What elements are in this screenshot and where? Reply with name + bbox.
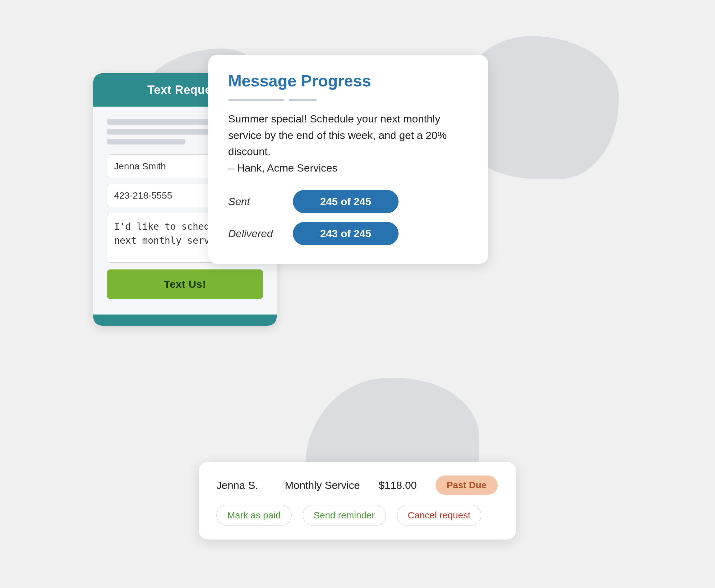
sent-badge: 245 of 245	[293, 190, 399, 213]
delivered-badge: 243 of 245	[293, 222, 399, 245]
text-us-button[interactable]: Text Us!	[107, 270, 263, 299]
payment-actions: Mark as paid Send reminder Cancel reques…	[217, 505, 498, 526]
skeleton-line-3	[107, 139, 185, 145]
mark-as-paid-button[interactable]: Mark as paid	[217, 505, 292, 526]
send-reminder-button[interactable]: Send reminder	[303, 505, 386, 526]
progress-stats: Sent 245 of 245 Delivered 243 of 245	[228, 190, 468, 245]
payment-card: Jenna S. Monthly Service $118.00 Past Du…	[199, 462, 516, 540]
progress-divider	[228, 99, 468, 101]
text-request-footer	[93, 315, 277, 326]
scene: Text Request Text Us! Message Progress S…	[78, 30, 637, 558]
sent-stat-row: Sent 245 of 245	[228, 190, 468, 213]
message-progress-card: Message Progress Summer special! Schedul…	[208, 55, 488, 264]
past-due-badge: Past Due	[435, 476, 498, 495]
payment-info-row: Jenna S. Monthly Service $118.00 Past Du…	[217, 476, 498, 495]
progress-message: Summer special! Schedule your next month…	[228, 111, 468, 176]
sent-label: Sent	[228, 195, 278, 208]
payment-name: Jenna S.	[217, 479, 266, 491]
progress-title: Message Progress	[228, 71, 468, 90]
cancel-request-button[interactable]: Cancel request	[397, 505, 482, 526]
skeleton-line-2	[107, 129, 210, 134]
divider-line-wide	[228, 99, 284, 101]
divider-line-narrow	[289, 99, 317, 101]
payment-amount: $118.00	[379, 479, 417, 491]
payment-service: Monthly Service	[285, 479, 360, 491]
delivered-stat-row: Delivered 243 of 245	[228, 222, 468, 245]
delivered-label: Delivered	[228, 228, 278, 239]
